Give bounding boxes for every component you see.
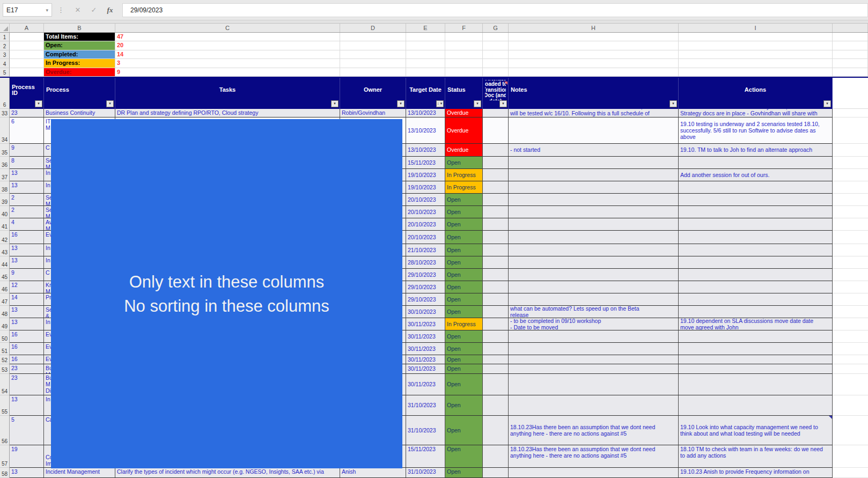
cell-process-id[interactable]: 14 (10, 293, 44, 306)
row-number[interactable]: 48 (0, 306, 10, 318)
cell-blank[interactable] (679, 68, 833, 77)
cell-artefact[interactable] (483, 256, 509, 269)
cell-blank[interactable] (406, 68, 445, 77)
cell-actions[interactable] (679, 293, 833, 306)
cell-blank[interactable] (833, 68, 868, 77)
row-number[interactable]: 53 (0, 364, 10, 374)
cancel-icon[interactable]: ✕ (70, 6, 86, 14)
annotation-overlay[interactable]: Only text in these columns No sorting in… (51, 119, 402, 468)
column-letter-H[interactable]: H (509, 24, 679, 32)
filter-button[interactable]: ▼ (823, 100, 831, 107)
cell-actions[interactable]: 19.10. TM to talk to Joh to find an alte… (679, 144, 833, 157)
cell-blank[interactable] (833, 109, 868, 117)
cell-blank[interactable] (833, 256, 868, 269)
cell-status[interactable]: Open (445, 244, 483, 256)
cell-notes[interactable] (509, 355, 679, 364)
cell-actions[interactable] (679, 256, 833, 269)
cell-status[interactable]: In Progress (445, 318, 483, 330)
cell-status[interactable]: Open (445, 206, 483, 218)
cell-notes[interactable] (509, 157, 679, 169)
cell-artefact[interactable] (483, 293, 509, 306)
cell-notes[interactable] (509, 231, 679, 244)
cell-status[interactable]: In Progress (445, 169, 483, 181)
cell-blank[interactable] (833, 364, 868, 374)
cell-status[interactable]: Open (445, 256, 483, 269)
cell-blank[interactable] (445, 41, 483, 50)
row-number[interactable]: 33 (0, 109, 10, 117)
cell-artefact[interactable] (483, 364, 509, 374)
cell-target-date[interactable]: 30/11/2023 (406, 355, 445, 364)
cell-notes[interactable]: First runbook has been sent to Govindhan… (509, 109, 679, 117)
row-number[interactable]: 2 (0, 41, 10, 50)
enter-icon[interactable]: ✓ (86, 6, 102, 14)
row-number[interactable]: 52 (0, 355, 10, 364)
cell-status[interactable]: Open (445, 218, 483, 231)
cell-artefact[interactable] (483, 445, 509, 468)
cell-notes[interactable]: - to be completed in 09/10 workshop - Da… (509, 318, 679, 330)
cell-actions[interactable]: 18.10 TM to check with team in a few wee… (679, 445, 833, 468)
filter-button[interactable]: ▼ (331, 100, 339, 107)
cell-actions[interactable]: 10.10.23 Plan will come from Becky/Robin… (679, 109, 833, 117)
cell-status[interactable]: Open (445, 194, 483, 206)
cell-status[interactable]: Open (445, 468, 483, 478)
cell-blank[interactable] (833, 395, 868, 416)
cell-notes[interactable] (509, 330, 679, 343)
cell-actions[interactable] (679, 355, 833, 364)
row-number[interactable]: 50 (0, 330, 10, 343)
cell-target-date[interactable]: 30/11/2023 (406, 330, 445, 343)
column-letter-C[interactable]: C (115, 24, 340, 32)
cell-actions[interactable] (679, 306, 833, 318)
summary-value[interactable]: 14 (115, 50, 340, 59)
row-number[interactable]: 37 (0, 169, 10, 181)
cell-notes[interactable]: - not started (509, 144, 679, 157)
cell-notes[interactable] (509, 181, 679, 194)
cell-artefact[interactable] (483, 281, 509, 293)
cell-blank[interactable] (483, 59, 509, 68)
cell-target-date[interactable]: 28/10/2023 (406, 256, 445, 269)
cell-blank[interactable] (445, 33, 483, 41)
column-header-process_id[interactable]: Process ID▼ (10, 78, 44, 109)
cell-blank[interactable] (340, 41, 406, 50)
cell-process-id[interactable]: 12 (10, 281, 44, 293)
insert-function-icon[interactable]: fx (102, 6, 118, 14)
cell-blank[interactable] (833, 355, 868, 364)
summary-value[interactable]: 9 (115, 68, 340, 77)
row-number[interactable]: 6 (0, 78, 10, 109)
cell-process-id[interactable]: 9 (10, 144, 44, 157)
summary-label[interactable]: Open: (44, 41, 115, 50)
row-number[interactable]: 47 (0, 293, 10, 306)
cell-status[interactable]: In Progress (445, 181, 483, 194)
cell-notes[interactable] (509, 374, 679, 395)
cell-blank[interactable] (833, 269, 868, 281)
summary-value[interactable]: 20 (115, 41, 340, 50)
cell-owner[interactable]: Anish (340, 468, 406, 478)
cell-blank[interactable] (833, 306, 868, 318)
cell-target-date[interactable]: 20/10/2023 (406, 231, 445, 244)
cell-blank[interactable] (445, 68, 483, 77)
column-header-process[interactable]: Process▼ (44, 78, 115, 109)
column-letter-A[interactable]: A (10, 24, 44, 32)
cell-target-date[interactable]: 13/10/2023 (406, 144, 445, 157)
cell-blank[interactable] (10, 68, 44, 77)
row-number[interactable]: 39 (0, 194, 10, 206)
cell-artefact[interactable] (483, 244, 509, 256)
summary-label[interactable]: In Progress: (44, 59, 115, 68)
cell-target-date[interactable]: 30/11/2023 (406, 318, 445, 330)
cell-actions[interactable]: 19.10 testing is underway and 2 scenario… (679, 117, 833, 144)
cell-blank[interactable] (483, 50, 509, 59)
cell-notes[interactable] (509, 117, 679, 144)
cell-process-id[interactable]: 8 (10, 157, 44, 169)
cell-notes[interactable]: 18.10.23Has there been an assumption tha… (509, 445, 679, 468)
cell-process-id[interactable]: 6 (10, 117, 44, 144)
cell-status[interactable]: Overdue (445, 117, 483, 144)
cell-process-id[interactable]: 13 (10, 169, 44, 181)
row-number[interactable]: 34 (0, 117, 10, 144)
cell-process-id[interactable]: 13 (10, 244, 44, 256)
cell-blank[interactable] (445, 59, 483, 68)
cell-process-id[interactable]: 16 (10, 355, 44, 364)
cell-notes[interactable] (509, 206, 679, 218)
cell-status[interactable]: Open (445, 269, 483, 281)
cell-artefact[interactable] (483, 318, 509, 330)
cell-status[interactable]: Open (445, 231, 483, 244)
cell-blank[interactable] (833, 343, 868, 355)
